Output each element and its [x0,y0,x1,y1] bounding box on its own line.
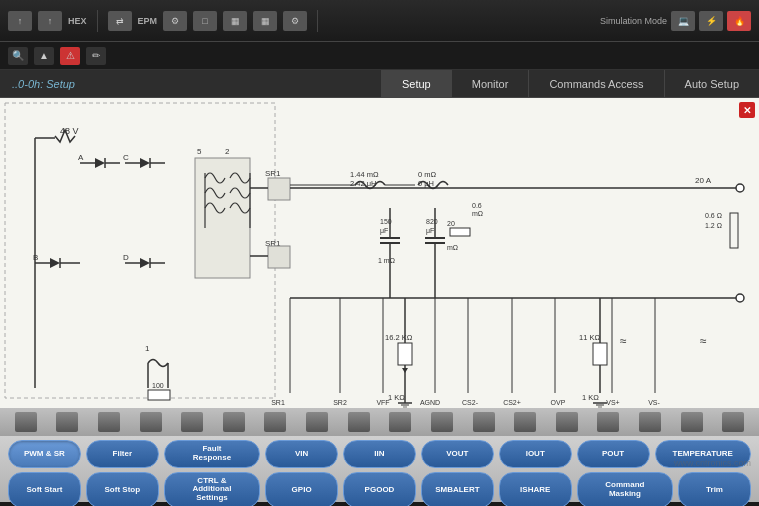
term-conn-gpio[interactable] [514,412,536,432]
svg-text:1.44 mΩ: 1.44 mΩ [350,170,379,179]
btn-vin[interactable]: VIN [265,440,338,468]
svg-text:mΩ: mΩ [472,210,483,217]
nav-monitor[interactable]: Monitor [451,70,529,98]
close-button[interactable]: ✕ [739,102,755,118]
epm-label: EPM [138,16,158,26]
toolbar2-icon-2[interactable]: ▲ [34,47,54,65]
svg-text:0 μH: 0 μH [418,179,434,188]
btn-pout[interactable]: POUT [577,440,650,468]
term-conn-pwm[interactable] [15,412,37,432]
svg-rect-80 [593,343,607,365]
term-conn-smbalert[interactable] [597,412,619,432]
term-conn-filter[interactable] [56,412,78,432]
svg-text:11 KΩ: 11 KΩ [579,333,600,342]
btn-iin[interactable]: IIN [343,440,416,468]
btn-ishare[interactable]: ISHARE [499,472,572,506]
sim-mode-icon-1[interactable]: 💻 [671,11,695,31]
svg-text:VS+: VS+ [606,399,619,406]
toolbar-icon-4[interactable]: □ [193,11,217,31]
toolbar2-icon-4[interactable]: ✏ [86,47,106,65]
breadcrumb: ..0-0h: Setup [0,78,87,90]
toolbar-settings[interactable]: ⚙ [283,11,307,31]
btn-vout[interactable]: VOUT [421,440,494,468]
svg-rect-71 [398,343,412,365]
sim-mode-icon-3[interactable]: 🔥 [727,11,751,31]
schematic-area: ✕ Input iCoupler /Drive Transformer& Dri… [0,98,759,408]
schematic-svg: 48 V A B C D [0,98,759,408]
toolbar-row2: 🔍 ▲ ⚠ ✏ [0,42,759,70]
svg-text:1 mΩ: 1 mΩ [378,257,395,264]
term-conn-vout[interactable] [223,412,245,432]
svg-rect-0 [0,98,759,408]
toolbar-icon-6[interactable]: ▦ [253,11,277,31]
term-conn-soft-stop[interactable] [431,412,453,432]
btn-row-2: Soft Start Soft Stop CTRL &AdditionalSet… [8,472,751,506]
svg-text:C: C [123,153,129,162]
toolbar-icon-3[interactable]: ⚙ [163,11,187,31]
nav-setup[interactable]: Setup [381,70,451,98]
toolbar-icon-2[interactable]: ↑ [38,11,62,31]
svg-text:100: 100 [152,382,164,389]
btn-fault-response[interactable]: FaultResponse [164,440,260,468]
toolbar2-icon-3[interactable]: ⚠ [60,47,80,65]
term-conn-iout[interactable] [264,412,286,432]
svg-rect-32 [268,178,290,200]
btn-gpio[interactable]: GPIO [265,472,338,506]
nav-auto-setup[interactable]: Auto Setup [664,70,759,98]
svg-text:0 mΩ: 0 mΩ [418,170,437,179]
toolbar-separator-1 [97,10,98,32]
terminal-connectors-bar [0,408,759,436]
btn-smbalert[interactable]: SMBALERT [421,472,494,506]
toolbar-icon-1[interactable]: ↑ [8,11,32,31]
svg-text:VS-: VS- [648,399,660,406]
navigation-bar: ..0-0h: Setup Setup Monitor Commands Acc… [0,70,759,98]
svg-text:0.6 Ω: 0.6 Ω [705,212,722,219]
btn-ctrl-additional[interactable]: CTRL &AdditionalSettings [164,472,260,506]
svg-text:2: 2 [225,147,230,156]
term-conn-vin[interactable] [140,412,162,432]
toolbar-icon-5[interactable]: ▦ [223,11,247,31]
btn-pgood[interactable]: PGOOD [343,472,416,506]
hex-label: HEX [68,16,87,26]
btn-pwm-sr[interactable]: PWM & SR [8,440,81,468]
btn-filter[interactable]: Filter [86,440,159,468]
nav-commands-access[interactable]: Commands Access [528,70,663,98]
btn-trim[interactable]: Trim [678,472,751,506]
svg-text:150: 150 [380,218,392,225]
term-conn-soft-start[interactable] [389,412,411,432]
svg-text:16.2 KΩ: 16.2 KΩ [385,333,413,342]
sim-mode-icon-2[interactable]: ⚡ [699,11,723,31]
btn-soft-stop[interactable]: Soft Stop [86,472,159,506]
btn-command-masking[interactable]: CommandMasking [577,472,673,506]
svg-text:≈: ≈ [620,334,627,348]
term-conn-ctrl[interactable] [473,412,495,432]
svg-text:SR2: SR2 [333,399,347,406]
term-conn-iin[interactable] [181,412,203,432]
term-conn-trim[interactable] [722,412,744,432]
svg-text:1 KΩ: 1 KΩ [582,393,599,402]
term-conn-pgood[interactable] [556,412,578,432]
svg-text:1: 1 [145,344,150,353]
svg-text:SR1: SR1 [271,399,285,406]
term-conn-pout[interactable] [306,412,328,432]
svg-text:20: 20 [447,220,455,227]
svg-text:OVP: OVP [551,399,566,406]
svg-rect-33 [268,246,290,268]
svg-text:μF: μF [426,227,434,235]
svg-text:VFF: VFF [376,399,389,406]
btn-row-1: PWM & SR Filter FaultResponse VIN IIN VO… [8,440,751,468]
svg-text:SR1: SR1 [265,169,281,178]
btn-iout[interactable]: IOUT [499,440,572,468]
toolbar2-search[interactable]: 🔍 [8,47,28,65]
term-conn-fault[interactable] [98,412,120,432]
toolbar-right-section: Simulation Mode 💻 ⚡ 🔥 [600,11,751,31]
toolbar-epm[interactable]: ⇄ [108,11,132,31]
svg-text:CS1: CS1 [208,407,223,408]
term-conn-ishare[interactable] [639,412,661,432]
svg-point-66 [736,184,744,192]
svg-text:AGND: AGND [420,399,440,406]
svg-text:1 KΩ: 1 KΩ [388,393,405,402]
term-conn-temp[interactable] [348,412,370,432]
btn-soft-start[interactable]: Soft Start [8,472,81,506]
term-conn-cmd-mask[interactable] [681,412,703,432]
